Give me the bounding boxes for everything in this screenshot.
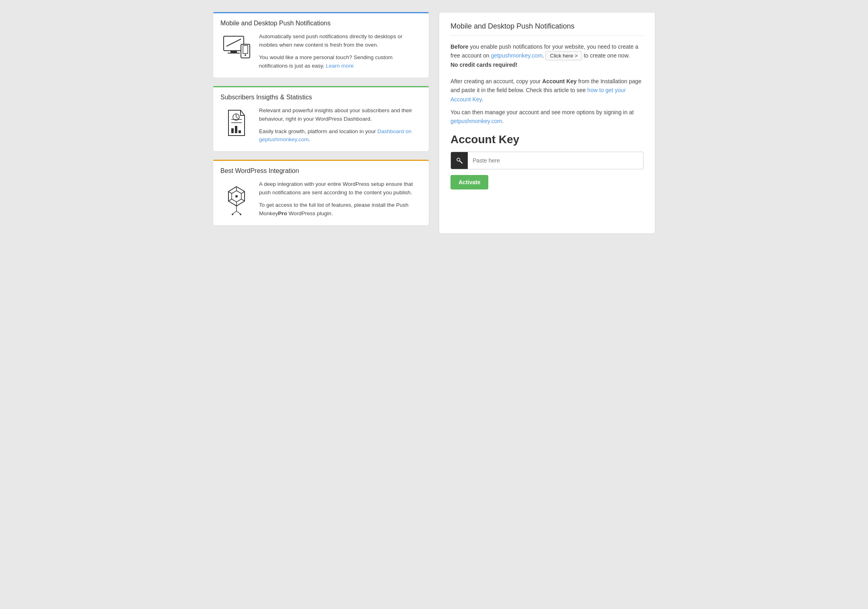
right-panel: Mobile and Desktop Push Notifications Be… <box>439 12 655 234</box>
card-wordpress-title: Best WordPress Integration <box>220 167 422 175</box>
svg-line-26 <box>237 211 241 214</box>
learn-more-link[interactable]: Learn more <box>326 63 354 69</box>
subscribers-text-2: Easily track growth, platform and locati… <box>259 128 422 144</box>
card-subscribers-title: Subscribers Insigths & Statistics <box>220 94 422 101</box>
activate-button[interactable]: Activate <box>450 175 488 189</box>
svg-point-17 <box>235 195 238 198</box>
account-key-input-row <box>450 152 644 169</box>
manage-text1: You can then manage your account and see… <box>450 109 634 115</box>
subscribers-icon <box>220 107 253 138</box>
click-here-button[interactable]: Click here > <box>545 51 582 60</box>
svg-line-3 <box>226 39 241 46</box>
manage-text2: . <box>502 118 504 124</box>
card-subscribers-text: Relevant and powerful insights about you… <box>259 107 422 144</box>
account-text1: After creating an account, copy your <box>450 78 542 84</box>
intro-text2: to create one now. <box>584 52 629 59</box>
svg-line-22 <box>228 199 232 201</box>
card-push-notifications: Mobile and Desktop Push Notifications <box>213 12 429 78</box>
account-key-input[interactable] <box>468 153 643 168</box>
account-paragraph-1: After creating an account, copy your Acc… <box>450 77 644 104</box>
card-subscribers-body: Relevant and powerful insights about you… <box>220 107 422 144</box>
push-text-2: You would like a more personal touch? Se… <box>259 53 422 70</box>
card-wordpress-integration: Best WordPress Integration <box>213 160 429 226</box>
svg-line-20 <box>241 199 245 201</box>
svg-rect-11 <box>239 130 241 133</box>
card-push-notifications-text: Automatically send push notifications di… <box>259 33 422 70</box>
svg-point-6 <box>245 54 246 56</box>
svg-point-27 <box>232 214 233 215</box>
intro-paragraph-1: Before you enable push notifications for… <box>450 42 644 70</box>
svg-line-25 <box>232 211 237 214</box>
before-bold: Before <box>450 43 468 50</box>
svg-point-28 <box>240 214 241 215</box>
push-text-1: Automatically send push notifications di… <box>259 33 422 49</box>
svg-line-19 <box>241 191 245 193</box>
right-panel-title: Mobile and Desktop Push Notifications <box>450 22 644 36</box>
push-notifications-icon <box>220 33 253 60</box>
svg-line-30 <box>460 160 463 163</box>
getpushmonkey-link-1[interactable]: getpushmonkey.com <box>491 52 542 59</box>
wordpress-text-2: To get access to the full list of featur… <box>259 201 422 218</box>
account-section: After creating an account, copy your Acc… <box>450 77 644 189</box>
svg-line-23 <box>228 191 232 193</box>
svg-rect-1 <box>230 51 237 53</box>
account-key-heading: Account Key <box>450 133 644 146</box>
main-layout: Mobile and Desktop Push Notifications <box>213 12 655 234</box>
account-key-bold: Account Key <box>542 78 577 84</box>
svg-line-14 <box>236 117 239 119</box>
left-column: Mobile and Desktop Push Notifications <box>213 12 429 234</box>
card-subscribers-insights: Subscribers Insigths & Statistics <box>213 86 429 152</box>
card-wordpress-body: A deep integration with your entire Word… <box>220 180 422 218</box>
key-icon <box>451 152 468 169</box>
getpushmonkey-link-2[interactable]: getpushmonkey.com <box>450 118 502 124</box>
svg-rect-9 <box>231 128 234 133</box>
no-credit-text: No credit cards required! <box>450 62 518 68</box>
card-push-notifications-body: Automatically send push notifications di… <box>220 33 422 70</box>
svg-rect-10 <box>235 126 237 133</box>
account-paragraph-2: You can then manage your account and see… <box>450 108 644 126</box>
svg-point-29 <box>457 158 460 161</box>
wordpress-text-1: A deep integration with your entire Word… <box>259 180 422 197</box>
account-text3: . <box>482 96 483 103</box>
subscribers-text-1: Relevant and powerful insights about you… <box>259 107 422 123</box>
card-wordpress-text: A deep integration with your entire Word… <box>259 180 422 218</box>
card-push-notifications-title: Mobile and Desktop Push Notifications <box>220 20 422 27</box>
svg-rect-2 <box>228 53 240 53</box>
wordpress-icon <box>220 180 253 216</box>
